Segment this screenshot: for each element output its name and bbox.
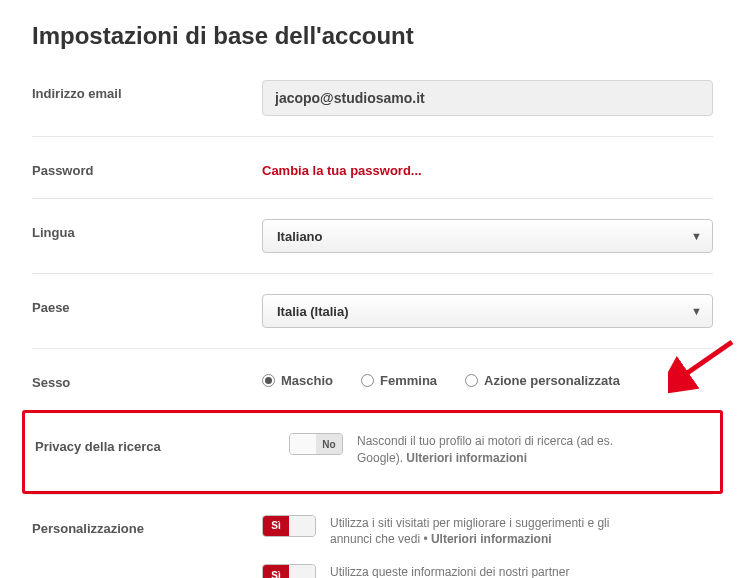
- gender-radio-female[interactable]: Femmina: [361, 373, 437, 388]
- personalization-desc-1: Utilizza i siti visitati per migliorare …: [330, 515, 630, 549]
- row-personalization: Personalizzazione Sì Utilizza i siti vis…: [32, 494, 713, 578]
- privacy-description: Nascondi il tuo profilo ai motori di ric…: [357, 433, 657, 467]
- row-email: Indirizzo email: [32, 60, 713, 136]
- radio-icon: [361, 374, 374, 387]
- email-label: Indirizzo email: [32, 80, 262, 101]
- toggle-state-text: Sì: [263, 516, 289, 536]
- language-label: Lingua: [32, 219, 262, 240]
- radio-label-custom: Azione personalizzata: [484, 373, 620, 388]
- privacy-more-link[interactable]: Ulteriori informazioni: [406, 451, 527, 465]
- personalization-desc-2: Utilizza queste informazioni dei nostri …: [330, 564, 630, 578]
- toggle-off-knob: [290, 434, 316, 454]
- personalization-toggle-1[interactable]: Sì: [262, 515, 316, 537]
- row-password: Password Cambia la tua password...: [32, 136, 713, 198]
- country-label: Paese: [32, 294, 262, 315]
- language-select[interactable]: Italiano ▼: [262, 219, 713, 253]
- chevron-down-icon: ▼: [691, 305, 702, 317]
- gender-label: Sesso: [32, 369, 262, 390]
- personalization-more-link-1[interactable]: Ulteriori informazioni: [431, 532, 552, 546]
- toggle-state-text: Sì: [263, 565, 289, 578]
- row-country: Paese Italia (Italia) ▼: [32, 273, 713, 348]
- toggle-state-text: No: [316, 434, 342, 454]
- personalization-toggle-2[interactable]: Sì: [262, 564, 316, 578]
- personalization-label: Personalizzazione: [32, 515, 262, 536]
- privacy-label: Privacy della ricerca: [35, 433, 265, 454]
- country-select[interactable]: Italia (Italia) ▼: [262, 294, 713, 328]
- row-language: Lingua Italiano ▼: [32, 198, 713, 273]
- privacy-toggle[interactable]: No: [289, 433, 343, 455]
- gender-radio-male[interactable]: Maschio: [262, 373, 333, 388]
- gender-radio-custom[interactable]: Azione personalizzata: [465, 373, 620, 388]
- row-gender: Sesso Maschio Femmina Azione personalizz…: [32, 348, 713, 410]
- toggle-on-knob: [289, 516, 315, 536]
- change-password-link[interactable]: Cambia la tua password...: [262, 157, 422, 178]
- password-label: Password: [32, 157, 262, 178]
- chevron-down-icon: ▼: [691, 230, 702, 242]
- radio-icon: [465, 374, 478, 387]
- page-title: Impostazioni di base dell'account: [32, 22, 713, 50]
- radio-label-female: Femmina: [380, 373, 437, 388]
- toggle-on-knob: [289, 565, 315, 578]
- radio-icon: [262, 374, 275, 387]
- language-selected: Italiano: [277, 229, 323, 244]
- radio-label-male: Maschio: [281, 373, 333, 388]
- email-field[interactable]: [262, 80, 713, 116]
- country-selected: Italia (Italia): [277, 304, 349, 319]
- row-privacy: Privacy della ricerca No Nascondi il tuo…: [22, 410, 723, 494]
